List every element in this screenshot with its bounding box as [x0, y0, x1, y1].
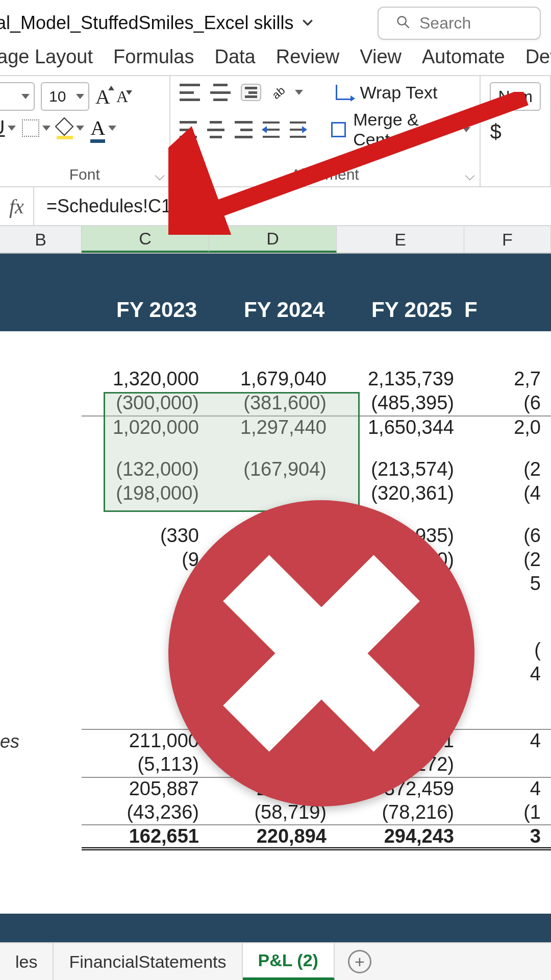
column-header-E[interactable]: E: [337, 226, 464, 253]
font-color-button[interactable]: A: [90, 116, 116, 140]
cell[interactable]: 2,7: [464, 368, 551, 390]
year-2023: FY 2023: [82, 298, 209, 331]
cell[interactable]: (1: [464, 801, 551, 823]
cell[interactable]: 1,320,000: [82, 368, 209, 390]
group-label-font: Font: [69, 166, 100, 183]
group-label-alignment: Alignment: [291, 166, 359, 183]
currency-button[interactable]: $: [490, 120, 501, 143]
cell[interactable]: 220,894: [209, 824, 337, 850]
tab-formulas[interactable]: Formulas: [113, 46, 194, 68]
increase-font-size-button[interactable]: A: [95, 85, 110, 109]
decrease-font-size-button[interactable]: A: [116, 87, 128, 106]
tab-page-layout[interactable]: age Layout: [0, 46, 93, 68]
ribbon-group-font: 10 A A U A Font: [0, 76, 170, 186]
increase-indent-button[interactable]: [290, 121, 307, 138]
cell[interactable]: 4: [464, 729, 551, 752]
ribbon-tabs: age Layout Formulas Data Review View Aut…: [0, 46, 551, 75]
workbook-title[interactable]: al_Model_StuffedSmiles_Excel skills: [0, 12, 314, 34]
cell[interactable]: (381,600): [209, 392, 337, 414]
table-row[interactable]: (300,000)(381,600)(485,395)(6: [0, 391, 551, 415]
cell[interactable]: (5,113): [82, 753, 209, 775]
table-row[interactable]: 1,320,0001,679,0402,135,7392,7: [0, 367, 551, 391]
cell[interactable]: (330: [82, 525, 209, 547]
orientation-button[interactable]: [271, 82, 303, 103]
cell[interactable]: (213,574): [337, 458, 464, 480]
formula-input[interactable]: =Schedules!C18: [34, 195, 551, 217]
table-row[interactable]: (132,000)(167,904)(213,574)(2: [0, 457, 551, 481]
font-name-select[interactable]: [0, 82, 35, 111]
cell[interactable]: (6: [464, 525, 551, 547]
align-center-button[interactable]: [207, 121, 224, 138]
search-icon: [396, 15, 410, 31]
cell[interactable]: (485,395): [337, 392, 464, 414]
sheet-tab-1[interactable]: les: [0, 943, 54, 980]
column-header-F[interactable]: F: [464, 226, 551, 253]
tab-developer[interactable]: Developer: [525, 46, 551, 68]
add-sheet-button[interactable]: +: [348, 950, 371, 973]
sheet-tab-2[interactable]: FinancialStatements: [54, 943, 242, 980]
tab-data[interactable]: Data: [214, 46, 255, 68]
cell[interactable]: (6: [464, 392, 551, 414]
cell[interactable]: (198,000): [82, 482, 209, 504]
cell[interactable]: (2: [464, 458, 551, 480]
font-dialog-launcher[interactable]: [155, 171, 164, 181]
chevron-down-icon: [76, 126, 84, 131]
cell[interactable]: 4: [464, 663, 551, 685]
cell[interactable]: (: [464, 639, 551, 661]
cell[interactable]: 294,243: [337, 824, 464, 850]
number-format-select[interactable]: Num: [490, 82, 541, 111]
chevron-down-icon[interactable]: [301, 12, 314, 34]
tab-review[interactable]: Review: [276, 46, 340, 68]
column-header-D[interactable]: D: [209, 226, 337, 253]
cell[interactable]: 4: [464, 777, 551, 800]
decrease-indent-button[interactable]: [263, 121, 280, 138]
align-right-button[interactable]: [235, 121, 252, 138]
footer-band: [0, 914, 551, 942]
fx-icon[interactable]: fx: [0, 187, 34, 225]
font-size-select[interactable]: 10: [41, 82, 89, 111]
align-middle-button[interactable]: [210, 84, 231, 101]
merge-center-label: Merge & Center: [353, 110, 455, 150]
align-bottom-button[interactable]: [241, 84, 261, 101]
cell[interactable]: (9: [82, 549, 209, 571]
tab-view[interactable]: View: [360, 46, 402, 68]
cell[interactable]: 1,297,440: [209, 415, 337, 438]
column-header-C[interactable]: C: [82, 226, 209, 253]
sheet-tabs-bar: les FinancialStatements P&L (2) +: [0, 942, 551, 980]
cell[interactable]: (132,000): [82, 458, 209, 480]
sheet-tab-3[interactable]: P&L (2): [243, 943, 335, 980]
wrap-text-button[interactable]: Wrap Text: [336, 83, 438, 103]
font-color-icon: A: [90, 116, 105, 140]
cell[interactable]: 2,135,739: [337, 368, 464, 390]
cell[interactable]: 205,887: [82, 777, 209, 800]
workbook-name-text: al_Model_StuffedSmiles_Excel skills: [0, 12, 294, 34]
cell[interactable]: 5: [464, 573, 551, 595]
cell[interactable]: 1,020,000: [82, 415, 209, 438]
merge-center-button[interactable]: Merge & Center: [331, 110, 471, 150]
cell[interactable]: 3: [464, 824, 551, 850]
fill-color-button[interactable]: [57, 120, 84, 136]
cell[interactable]: (4: [464, 482, 551, 504]
cell[interactable]: (320,361): [337, 482, 464, 504]
cell[interactable]: 1,679,040: [209, 368, 337, 390]
cell[interactable]: (300,000): [82, 392, 209, 414]
underline-button[interactable]: U: [9, 117, 16, 139]
alignment-dialog-launcher[interactable]: [465, 171, 475, 181]
align-top-button[interactable]: [180, 84, 200, 101]
cell[interactable]: (43,236): [82, 801, 209, 823]
table-row[interactable]: (43,236)(58,719)(78,216)(1: [0, 800, 551, 824]
table-row[interactable]: 162,651220,894294,2433: [0, 824, 551, 848]
table-row[interactable]: (198,000)(320,361)(4: [0, 481, 551, 505]
cell[interactable]: (2: [464, 549, 551, 571]
cell[interactable]: (167,904): [209, 458, 337, 480]
table-row[interactable]: 1,020,0001,297,4401,650,3442,0: [0, 415, 551, 439]
cell[interactable]: (78,216): [337, 801, 464, 823]
align-left-button[interactable]: [180, 121, 197, 138]
cell[interactable]: 2,0: [464, 415, 551, 438]
search-box[interactable]: Search: [378, 7, 541, 40]
cell[interactable]: 162,651: [82, 824, 209, 850]
cell[interactable]: 1,650,344: [337, 415, 464, 438]
column-header-B[interactable]: B: [0, 226, 82, 253]
borders-button[interactable]: [22, 119, 51, 137]
tab-automate[interactable]: Automate: [422, 46, 505, 68]
